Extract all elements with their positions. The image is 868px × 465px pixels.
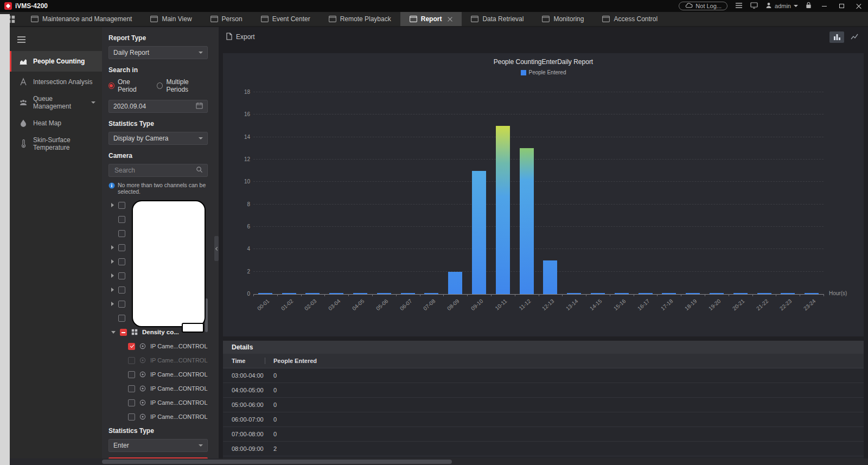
expand-arrow-icon[interactable] xyxy=(111,245,114,250)
details-table-header: Time People Entered xyxy=(223,354,864,368)
camera-checkbox[interactable] xyxy=(128,399,135,406)
cell-people-entered: 0 xyxy=(273,416,277,423)
checkbox[interactable] xyxy=(118,216,125,223)
line-chart-toggle[interactable] xyxy=(847,31,861,43)
x-axis-tick xyxy=(729,294,729,296)
x-axis-tick xyxy=(586,294,586,296)
tab-close-icon[interactable] xyxy=(448,17,452,22)
checkbox[interactable] xyxy=(118,230,125,237)
sidebar-item-skin-surface-temperature[interactable]: Skin-Surface Temperature xyxy=(10,133,102,154)
heat-map-icon xyxy=(19,119,28,128)
checkbox[interactable] xyxy=(118,272,125,279)
expand-arrow-icon[interactable] xyxy=(111,259,114,264)
camera-label: Camera xyxy=(108,152,208,160)
panel-divider xyxy=(214,27,219,458)
cloud-login-button[interactable]: Not Log... xyxy=(679,2,727,10)
camera-checkbox[interactable] xyxy=(128,385,135,392)
close-button[interactable] xyxy=(854,2,864,10)
search-icon[interactable] xyxy=(196,166,203,175)
camera-icon xyxy=(139,385,146,392)
tree-camera-row[interactable]: IP Came...CONTROL xyxy=(105,353,208,367)
table-row: 04:00-05:000 xyxy=(223,383,864,398)
monitor-icon[interactable] xyxy=(750,1,758,11)
chevron-down-icon xyxy=(794,5,798,7)
x-axis-tick xyxy=(277,294,278,296)
tab-maintenance-and-management[interactable]: Maintenance and Management xyxy=(22,12,141,26)
tab-access-control[interactable]: Access Control xyxy=(593,12,667,26)
x-axis-tick-label: 11-12 xyxy=(505,298,532,323)
checkbox[interactable] xyxy=(118,202,125,209)
y-axis-tick-label: 6 xyxy=(234,224,250,230)
lock-icon[interactable] xyxy=(806,1,812,11)
expand-arrow-icon[interactable] xyxy=(111,203,114,207)
camera-checkbox[interactable] xyxy=(128,371,135,378)
table-row: 03:00-04:000 xyxy=(223,368,864,383)
user-menu[interactable]: admin xyxy=(765,2,798,10)
queue-management-icon xyxy=(19,98,28,107)
sidebar-item-queue-management[interactable]: Queue Management xyxy=(10,92,102,113)
tab-event-center[interactable]: Event Center xyxy=(252,12,320,26)
sidebar-item-intersection-analysis[interactable]: Intersection Analysis xyxy=(10,72,102,92)
chart-legend[interactable]: People Entered xyxy=(223,69,864,75)
expand-arrow-icon[interactable] xyxy=(111,302,114,306)
tree-camera-row[interactable]: IP Came...CONTROL xyxy=(105,367,208,381)
x-axis-tick xyxy=(324,294,325,296)
expand-arrow-icon[interactable] xyxy=(111,288,114,292)
sidebar-item-heat-map[interactable]: Heat Map xyxy=(10,113,102,133)
x-axis-tick xyxy=(348,294,349,296)
date-input[interactable]: 2020.09.04 xyxy=(108,100,208,113)
chart-plot: 02468101214161800-0101-0202-0303-0404-05… xyxy=(253,92,824,295)
tab-remote-playback[interactable]: Remote Playback xyxy=(320,12,400,26)
tab-label: Person xyxy=(222,15,242,23)
x-axis-tick xyxy=(800,294,800,296)
maximize-button[interactable] xyxy=(837,2,846,10)
tab-label: Monitoring xyxy=(553,15,584,23)
export-button[interactable]: Export xyxy=(225,33,255,42)
sidebar-item-people-counting[interactable]: People Counting xyxy=(10,51,102,72)
horizontal-scrollbar[interactable] xyxy=(10,458,868,465)
checkbox[interactable] xyxy=(118,258,125,265)
tree-camera-row[interactable]: IP Came...CONTROL xyxy=(105,381,208,396)
expand-arrow-icon[interactable] xyxy=(111,273,114,278)
report-type-select[interactable]: Daily Report xyxy=(108,46,208,59)
collapse-panel-handle[interactable] xyxy=(214,236,219,261)
checkbox[interactable] xyxy=(118,301,125,308)
statistics-type-label-2: Statistics Type xyxy=(108,427,208,435)
minimize-button[interactable] xyxy=(819,2,829,10)
camera-checkbox[interactable] xyxy=(128,413,135,421)
y-axis-tick-label: 12 xyxy=(234,156,250,162)
camera-checkbox[interactable] xyxy=(128,343,135,350)
x-axis-tick-label: 10-11 xyxy=(481,298,508,323)
tab-report[interactable]: Report xyxy=(400,12,462,26)
checkbox[interactable] xyxy=(118,286,125,294)
group-checkbox[interactable] xyxy=(120,329,127,336)
tree-camera-row[interactable]: IP Came...CONTROL xyxy=(105,339,208,353)
one-period-radio[interactable] xyxy=(108,82,114,89)
camera-checkbox[interactable] xyxy=(128,357,135,364)
intersection-analysis-icon xyxy=(19,78,28,86)
x-axis-tick-label: 21-22 xyxy=(743,298,769,323)
statistics-display-select[interactable]: Display by Camera xyxy=(108,132,208,145)
statistics-type-label: Statistics Type xyxy=(108,120,208,128)
sidebar-item-label: People Counting xyxy=(33,58,85,65)
tab-data-retrieval[interactable]: Data Retrieval xyxy=(462,12,533,26)
hamburger-menu-icon[interactable] xyxy=(10,27,102,51)
table-row: 07:00-08:000 xyxy=(223,427,864,442)
tab-monitoring[interactable]: Monitoring xyxy=(533,12,593,26)
camera-search-input[interactable] xyxy=(113,166,195,175)
list-icon[interactable] xyxy=(735,1,743,11)
tab-main-view[interactable]: Main View xyxy=(141,12,201,26)
multiple-periods-radio[interactable] xyxy=(157,82,163,89)
tab-person[interactable]: Person xyxy=(201,12,252,26)
statistics-enter-select[interactable]: Enter xyxy=(108,439,208,452)
collapse-arrow-icon[interactable] xyxy=(111,331,116,334)
bar-chart-toggle[interactable] xyxy=(829,31,844,43)
tree-camera-row[interactable]: IP Came...CONTROL xyxy=(105,410,208,424)
x-axis-tick xyxy=(634,294,634,296)
checkbox[interactable] xyxy=(118,315,125,322)
tree-camera-row[interactable]: IP Came...CONTROL xyxy=(105,396,208,410)
y-axis-tick-label: 18 xyxy=(234,89,250,95)
horizontal-scrollbar-handle[interactable] xyxy=(102,460,452,464)
checkbox[interactable] xyxy=(118,244,125,251)
cell-people-entered: 0 xyxy=(273,431,277,437)
